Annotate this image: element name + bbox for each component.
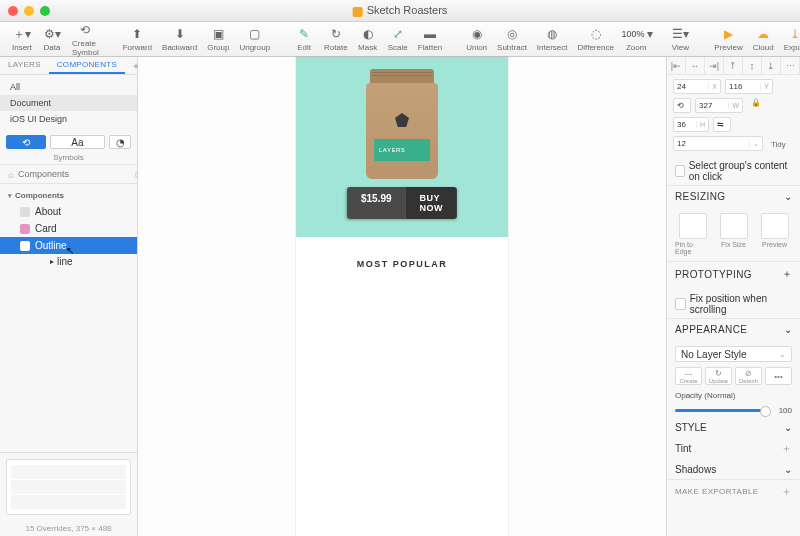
preview-button[interactable]: ▶Preview <box>714 26 742 52</box>
create-symbol-button[interactable]: ⟲Create Symbol <box>72 22 99 57</box>
distribute-icon[interactable]: ⋯ <box>781 57 800 74</box>
y-field[interactable]: 116Y <box>725 79 773 94</box>
bag-logo-icon <box>395 113 409 127</box>
filter-ios[interactable]: iOS UI Design <box>0 111 137 127</box>
rotate-button[interactable]: ↻Rotate <box>324 26 348 52</box>
filter-document[interactable]: Document <box>0 95 137 111</box>
align-bottom-icon[interactable]: ⤓ <box>762 57 781 74</box>
flatten-button[interactable]: ▬Flatten <box>418 26 442 52</box>
style-update-button[interactable]: ↻Update <box>705 367 732 385</box>
tab-components[interactable]: COMPONENTS <box>49 57 125 74</box>
group-button[interactable]: ▣Group <box>207 26 229 52</box>
page-thumbnail[interactable] <box>6 459 131 515</box>
cursor-icon: ↖ <box>66 245 74 256</box>
opacity-value[interactable]: 100 <box>772 406 792 415</box>
tree-item-card[interactable]: Card <box>0 220 137 237</box>
prototyping-header: PROTOTYPING <box>675 269 752 280</box>
lock-icon[interactable]: 🔒 <box>747 98 765 113</box>
add-tint-icon[interactable]: ＋ <box>781 441 792 456</box>
buy-now-button[interactable]: BUY NOW <box>406 187 458 219</box>
zoom-window[interactable] <box>40 6 50 16</box>
angle-field[interactable]: ⟲ <box>673 98 691 113</box>
align-hcenter-icon[interactable]: ↔ <box>686 57 705 74</box>
union-button[interactable]: ◉Union <box>466 26 487 52</box>
style-header: STYLE <box>675 422 707 433</box>
tidy-button[interactable]: Tidy <box>767 136 790 153</box>
style-create-button[interactable]: —Create <box>675 367 702 385</box>
data-button[interactable]: ⚙▾Data <box>42 26 62 52</box>
difference-button[interactable]: ◌Difference <box>578 26 614 52</box>
fix-size-control[interactable]: Fix Size <box>716 213 751 255</box>
toolbar: ＋▾Insert ⚙▾Data ⟲Create Symbol ⬆Forward … <box>0 22 800 57</box>
insert-button[interactable]: ＋▾Insert <box>12 26 32 52</box>
select-groups-checkbox[interactable]: Select group's content on click <box>667 157 800 185</box>
cloud-button[interactable]: ☁Cloud <box>753 26 774 52</box>
x-field[interactable]: 24X <box>673 79 721 94</box>
align-vcenter-icon[interactable]: ↕ <box>743 57 762 74</box>
backward-button[interactable]: ⬇Backward <box>162 26 197 52</box>
selection-info: 15 Overrides, 375 × 488 <box>0 521 137 536</box>
mask-button[interactable]: ◐Mask <box>358 26 378 52</box>
h-field[interactable]: 36H <box>673 117 709 132</box>
collapse-icon[interactable]: ⌄ <box>784 191 792 202</box>
layer-style-filter[interactable]: ◔ <box>109 135 131 149</box>
export-button[interactable]: ⤓Export <box>784 26 800 52</box>
add-prototype-icon[interactable]: ＋ <box>782 267 792 281</box>
radius-field[interactable]: 12⌄ <box>673 136 763 151</box>
coffee-bag-image: LAYERS <box>366 69 438 179</box>
tree-item-about[interactable]: About <box>0 203 137 220</box>
forward-button[interactable]: ⬆Forward <box>123 26 152 52</box>
subtract-button[interactable]: ◎Subtract <box>497 26 527 52</box>
edit-button[interactable]: ✎Edit <box>294 26 314 52</box>
most-popular-heading: MOST POPULAR <box>296 237 508 291</box>
resizing-header: RESIZING <box>675 191 725 202</box>
tint-row[interactable]: Tint <box>675 443 691 454</box>
price-label: $15.99 <box>347 187 406 219</box>
tree-subitem[interactable]: ▸line <box>0 254 137 269</box>
search-input[interactable] <box>14 167 134 181</box>
hero-section: LAYERS $15.99 BUY NOW <box>296 57 508 237</box>
w-field[interactable]: 327W <box>695 98 743 113</box>
resize-preview[interactable]: Preview <box>757 213 792 255</box>
scale-button[interactable]: ⤢Scale <box>388 26 408 52</box>
add-export-icon[interactable]: ＋ <box>781 484 792 499</box>
align-top-icon[interactable]: ⤒ <box>724 57 743 74</box>
bag-label-text: LAYERS <box>379 147 405 153</box>
sidebar: LAYERS COMPONENTS ＋ — All Document iOS U… <box>0 57 138 536</box>
appearance-header: APPEARANCE <box>675 324 747 335</box>
opacity-label: Opacity (Normal) <box>675 391 735 400</box>
fix-position-checkbox[interactable]: Fix position when scrolling <box>667 290 800 318</box>
text-style-filter[interactable]: Aa <box>50 135 106 149</box>
window-title: Sketch Roasters <box>353 4 448 16</box>
tree-header[interactable]: Components <box>0 188 137 203</box>
symbols-label: Symbols <box>0 153 137 162</box>
align-left-icon[interactable]: |⇤ <box>667 57 686 74</box>
ungroup-button[interactable]: ▢Ungroup <box>239 26 270 52</box>
minimize-window[interactable] <box>24 6 34 16</box>
flip-field[interactable]: ⇋ <box>713 117 731 132</box>
tab-layers[interactable]: LAYERS <box>0 57 49 74</box>
layer-style-select[interactable]: No Layer Style <box>675 346 792 362</box>
opacity-slider[interactable] <box>675 409 768 412</box>
align-right-icon[interactable]: ⇥| <box>705 57 724 74</box>
canvas[interactable]: LAYERS $15.99 BUY NOW MOST POPULAR <box>138 57 666 536</box>
intersect-button[interactable]: ◍Intersect <box>537 26 568 52</box>
symbols-filter-icon[interactable]: ⟲ <box>6 135 46 149</box>
filter-all[interactable]: All <box>0 79 137 95</box>
pin-edge-control[interactable]: Pin to Edge <box>675 213 710 255</box>
exportable-header: MAKE EXPORTABLE <box>675 487 759 496</box>
shadows-row[interactable]: Shadows <box>675 464 716 475</box>
style-more-button[interactable]: ••• <box>765 367 792 385</box>
inspector: |⇤ ↔ ⇥| ⤒ ↕ ⤓ ⋯ 24X 116Y ⟲ 327W 🔒 36H ⇋ … <box>666 57 800 536</box>
close-window[interactable] <box>8 6 18 16</box>
artboard[interactable]: LAYERS $15.99 BUY NOW MOST POPULAR <box>296 57 508 536</box>
view-button[interactable]: ☰▾View <box>670 26 690 52</box>
zoom-control[interactable]: 100%▾Zoom <box>626 26 646 52</box>
style-detach-button[interactable]: ⊘Detach <box>735 367 762 385</box>
